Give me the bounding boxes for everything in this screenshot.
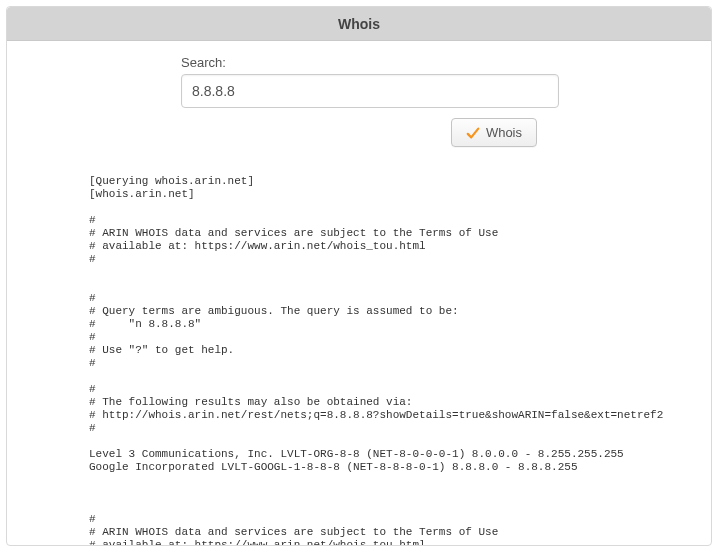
- panel-header: Whois: [7, 7, 711, 41]
- search-label: Search:: [181, 55, 683, 70]
- panel-title: Whois: [338, 16, 380, 32]
- whois-panel: Whois Search: Whois: [6, 6, 712, 546]
- whois-results: [Querying whois.arin.net] [whois.arin.ne…: [7, 147, 711, 545]
- whois-button[interactable]: Whois: [451, 118, 537, 147]
- whois-button-label: Whois: [486, 125, 522, 140]
- search-input[interactable]: [181, 74, 559, 108]
- check-icon: [466, 126, 480, 140]
